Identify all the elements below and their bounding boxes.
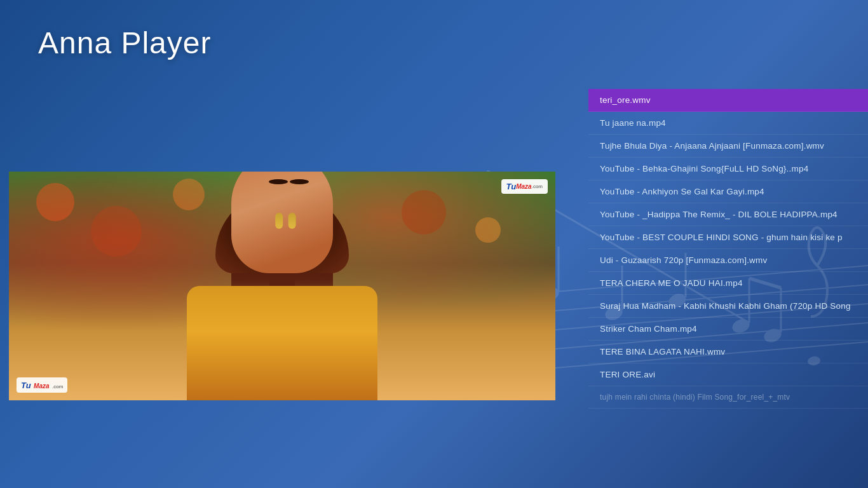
playlist-item-5[interactable]: YouTube - _Hadippa The Remix_ - DIL BOLE… (588, 203, 868, 226)
video-watermark-top: Tu Maza .com (501, 179, 548, 194)
playlist-item-2[interactable]: Tujhe Bhula Diya - Anjaana Ajnjaani [Fun… (588, 135, 868, 158)
playlist-item-9[interactable]: Suraj Hua Madham - Kabhi Khushi Kabhi Gh… (588, 295, 868, 318)
playlist-item-10[interactable]: Striker Cham Cham.mp4 (588, 318, 868, 341)
playlist-item-8[interactable]: TERA CHERA ME O JADU HAI.mp4 (588, 272, 868, 295)
playlist-item-12[interactable]: TERI ORE.avi (588, 363, 868, 386)
playlist-item-4[interactable]: YouTube - Ankhiyon Se Gal Kar Gayi.mp4 (588, 180, 868, 203)
playlist-item-13[interactable]: tujh mein rahi chinta (hindi) Film Song_… (588, 386, 868, 409)
video-thumbnail: Tu Maza .com Tu Maza .com (9, 172, 555, 400)
playlist-item-1[interactable]: Tu jaane na.mp4 (588, 112, 868, 135)
playlist-item-6[interactable]: YouTube - BEST COUPLE HINDI SONG - ghum … (588, 226, 868, 249)
video-watermark-bottom: Tu Maza .com (17, 377, 67, 393)
playlist-item-0[interactable]: teri_ore.wmv (588, 89, 868, 112)
playlist-item-7[interactable]: Udi - Guzaarish 720p [Funmaza.com].wmv (588, 249, 868, 272)
video-player[interactable]: Tu Maza .com Tu Maza .com (9, 172, 555, 400)
playlist-item-3[interactable]: YouTube - Behka-Ghajini Song{FuLL HD SoN… (588, 158, 868, 180)
playlist-panel: teri_ore.wmv Tu jaane na.mp4 Tujhe Bhula… (588, 89, 868, 488)
playlist-item-11[interactable]: TERE BINA LAGATA NAHI.wmv (588, 341, 868, 363)
app-title: Anna Player (38, 25, 212, 60)
